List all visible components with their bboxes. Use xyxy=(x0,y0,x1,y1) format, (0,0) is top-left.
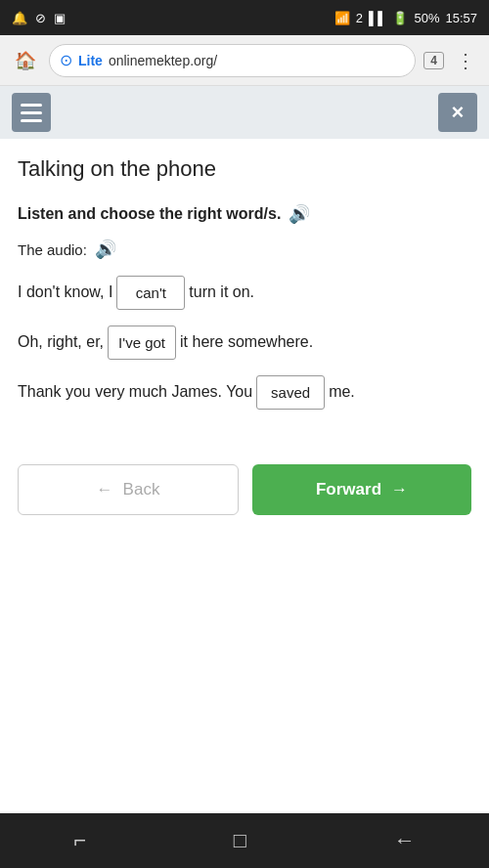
time-display: 15:57 xyxy=(445,11,477,25)
audio-line: The audio: 🔊 xyxy=(18,239,471,260)
nav-return-button[interactable]: ← xyxy=(375,820,435,861)
sentence-2-before: Oh, right, er, xyxy=(18,328,104,357)
bottom-nav: ⌐ □ ← xyxy=(0,813,489,868)
status-bar: 🔔 ⊘ ▣ 📶 2 ▌▌ 🔋 50% 15:57 xyxy=(0,0,489,35)
navigation-buttons: ← Back Forward → xyxy=(18,464,471,515)
url-text: onlinemektep.org/ xyxy=(109,53,217,68)
status-right: 📶 2 ▌▌ 🔋 50% 15:57 xyxy=(334,11,477,25)
close-button[interactable]: × xyxy=(438,93,477,132)
forward-button[interactable]: Forward → xyxy=(252,464,471,515)
wifi-icon: 📶 xyxy=(334,11,350,25)
main-content: × Talking on the phone Listen and choose… xyxy=(0,86,489,813)
signal-count: 2 xyxy=(356,11,363,25)
notification-icon: 🔔 xyxy=(12,11,27,25)
nav-home-button[interactable]: □ xyxy=(214,820,266,861)
tab-count[interactable]: 4 xyxy=(423,52,444,69)
sentence-3-after: me. xyxy=(329,378,355,407)
audio-play-icon[interactable]: 🔊 xyxy=(289,203,310,225)
back-button[interactable]: ← Back xyxy=(18,464,239,515)
url-bar[interactable]: ⊙ Lite onlinemektep.org/ xyxy=(49,44,416,77)
dnd-icon: ⊘ xyxy=(35,11,46,25)
more-options-button[interactable]: ⋮ xyxy=(452,45,479,76)
sentence-1-after: turn it on. xyxy=(189,279,254,307)
back-label: Back xyxy=(123,480,160,499)
signal-bars: ▌▌ xyxy=(369,11,386,25)
hamburger-line xyxy=(21,119,42,122)
page-title: Talking on the phone xyxy=(18,156,471,182)
sentence-1-before: I don't know, I xyxy=(18,279,112,307)
home-button[interactable]: 🏠 xyxy=(10,45,41,76)
instruction-label: Listen and choose the right word/s. xyxy=(18,205,281,223)
audio-speaker-icon[interactable]: 🔊 xyxy=(95,239,116,260)
forward-arrow-icon: → xyxy=(391,480,408,499)
battery-icon: 🔋 xyxy=(392,11,408,25)
answer-box-3[interactable]: saved xyxy=(256,375,325,410)
screen-icon: ▣ xyxy=(54,11,66,25)
back-arrow-icon: ← xyxy=(97,480,113,499)
top-toolbar: × xyxy=(0,86,489,139)
audio-label: The audio: xyxy=(18,241,87,258)
sentence-2-after: it here somewhere. xyxy=(180,328,313,357)
status-left: 🔔 ⊘ ▣ xyxy=(12,11,66,25)
hamburger-line xyxy=(21,111,42,114)
sentence-3: Thank you very much James. You saved me. xyxy=(18,375,471,410)
browser-bar: 🏠 ⊙ Lite onlinemektep.org/ 4 ⋮ xyxy=(0,35,489,86)
sentence-1: I don't know, I can't turn it on. xyxy=(18,276,471,310)
instruction-text: Listen and choose the right word/s. 🔊 xyxy=(18,203,471,225)
hamburger-line xyxy=(21,104,42,107)
menu-button[interactable] xyxy=(12,93,51,132)
sentence-3-before: Thank you very much James. You xyxy=(18,378,252,407)
nav-back-button[interactable]: ⌐ xyxy=(54,820,106,861)
forward-label: Forward xyxy=(316,480,381,499)
page-body: Talking on the phone Listen and choose t… xyxy=(0,139,489,813)
battery-level: 50% xyxy=(414,11,439,25)
answer-box-1[interactable]: can't xyxy=(116,276,185,310)
circle-check-icon: ⊙ xyxy=(60,51,72,69)
sentence-2: Oh, right, er, I've got it here somewher… xyxy=(18,326,471,360)
lite-label: Lite xyxy=(78,53,103,68)
answer-box-2[interactable]: I've got xyxy=(108,326,176,360)
